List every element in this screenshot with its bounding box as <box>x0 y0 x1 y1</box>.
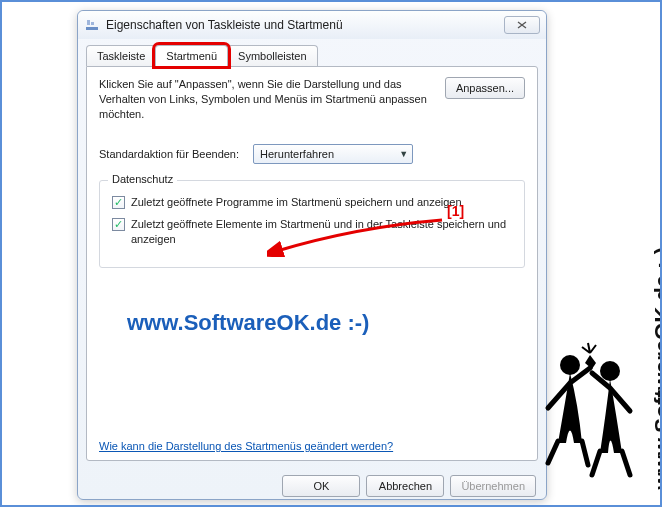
checkbox-recent-items-label: Zuletzt geöffnete Elemente im Startmenü … <box>131 217 516 247</box>
svg-rect-2 <box>91 22 94 25</box>
tab-startmenu[interactable]: Startmenü <box>155 45 228 66</box>
tab-panel-startmenu: Klicken Sie auf "Anpassen", wenn Sie die… <box>86 66 538 461</box>
dialog-button-row: OK Abbrechen Übernehmen <box>78 469 546 505</box>
close-button[interactable] <box>504 16 540 34</box>
intro-text: Klicken Sie auf "Anpassen", wenn Sie die… <box>99 77 437 122</box>
decorative-silhouette <box>530 333 650 493</box>
chevron-down-icon: ▼ <box>399 149 408 159</box>
privacy-group: Datenschutz ✓ Zuletzt geöffnete Programm… <box>99 180 525 269</box>
privacy-group-title: Datenschutz <box>108 173 177 185</box>
ok-button[interactable]: OK <box>282 475 360 497</box>
checkbox-recent-items[interactable]: ✓ <box>112 218 125 231</box>
annotation-number: [1] <box>447 203 464 219</box>
checkbox-recent-programs[interactable]: ✓ <box>112 196 125 209</box>
watermark-horizontal: www.SoftwareOK.de :-) <box>127 310 369 336</box>
properties-dialog: Eigenschaften von Taskleiste und Startme… <box>77 10 547 500</box>
watermark-vertical: www.SoftwareOK.de :-) <box>650 247 662 489</box>
window-title: Eigenschaften von Taskleiste und Startme… <box>106 18 504 32</box>
checkbox-recent-programs-label: Zuletzt geöffnete Programme im Startmenü… <box>131 195 462 210</box>
titlebar[interactable]: Eigenschaften von Taskleiste und Startme… <box>78 11 546 39</box>
svg-point-3 <box>560 355 580 375</box>
tab-taskbar[interactable]: Taskleiste <box>86 45 156 66</box>
window-icon <box>84 17 100 33</box>
cancel-button[interactable]: Abbrechen <box>366 475 444 497</box>
svg-rect-0 <box>86 27 98 30</box>
help-link[interactable]: Wie kann die Darstellung des Startmenüs … <box>99 440 393 452</box>
customize-button[interactable]: Anpassen... <box>445 77 525 99</box>
power-action-combo[interactable]: Herunterfahren ▼ <box>253 144 413 164</box>
apply-button[interactable]: Übernehmen <box>450 475 536 497</box>
power-action-label: Standardaktion für Beenden: <box>99 148 239 160</box>
power-action-value: Herunterfahren <box>260 148 334 160</box>
tab-toolbars[interactable]: Symbolleisten <box>227 45 317 66</box>
svg-rect-1 <box>87 20 90 25</box>
check-icon: ✓ <box>114 197 123 208</box>
tab-strip: Taskleiste Startmenü Symbolleisten <box>78 39 546 66</box>
svg-point-4 <box>600 361 620 381</box>
check-icon: ✓ <box>114 219 123 230</box>
